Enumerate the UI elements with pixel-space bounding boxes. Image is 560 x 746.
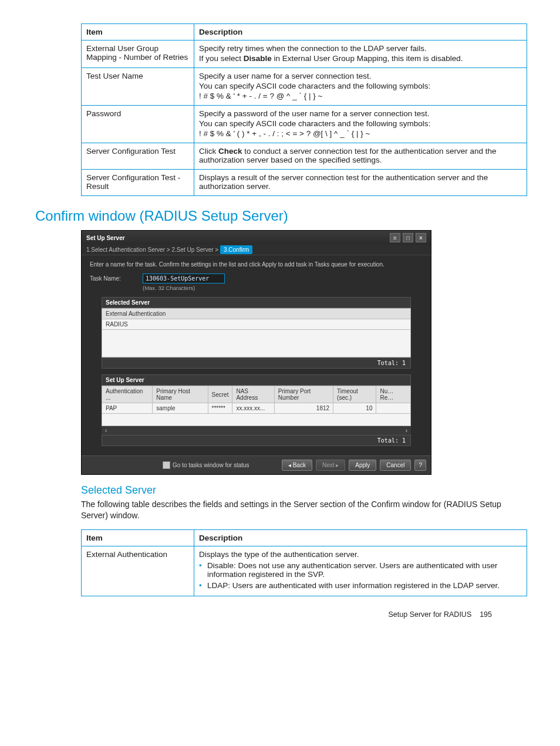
bullet-item: Disable: Does not use any authentication… — [199, 561, 522, 579]
setup-cell: xx.xxx.xx... — [232, 403, 274, 414]
close-icon[interactable]: × — [416, 233, 426, 242]
setup-server-total: Total: 1 — [102, 435, 411, 446]
crumb-1[interactable]: 1.Select Authentication Server — [86, 247, 165, 253]
wizard-footer: Go to tasks window for status ◂ Back Nex… — [82, 455, 431, 474]
col-desc: Description — [194, 529, 527, 546]
row-item: External User Group Mapping - Number of … — [82, 40, 194, 68]
filter-icon[interactable]: ≡ — [390, 233, 400, 242]
subheading-selected-server: Selected Server — [81, 484, 525, 497]
selserver-value: RADIUS — [102, 319, 411, 330]
next-button: Next ▸ — [316, 460, 345, 471]
setup-cell — [376, 403, 411, 414]
go-status-checkbox[interactable] — [163, 461, 170, 469]
setup-server-window: Set Up Server ≡ □ × 1.Select Authenticat… — [81, 230, 431, 475]
titlebar: Set Up Server ≡ □ × — [82, 231, 431, 245]
setup-col: Primary Host Name — [153, 386, 208, 403]
setup-cell: 10 — [333, 403, 376, 414]
setup-cell: sample — [153, 403, 208, 414]
setup-col: Nu… Re… — [376, 386, 411, 403]
col-desc: Description — [194, 24, 527, 40]
horizontal-scrollbar[interactable]: ‹ › — [102, 426, 411, 435]
row-item: Server Configuration Test - Result — [82, 170, 194, 196]
selected-server-header: Selected Server — [102, 297, 411, 308]
task-name-input[interactable] — [143, 274, 225, 283]
setup-col: Authentication ... — [102, 386, 153, 403]
setup-col: Timeout (sec.) — [333, 386, 376, 403]
setup-col: Secret — [208, 386, 232, 403]
page-footer: Setup Server for RADIUS 195 — [35, 610, 525, 619]
row-item: Server Configuration Test — [82, 143, 194, 170]
row-desc: Click Check to conduct a server connecti… — [194, 143, 527, 170]
row-desc: Specify a password of the user name for … — [194, 106, 527, 143]
col-item: Item — [82, 24, 194, 40]
setup-server-table: Authentication ...Primary Host NameSecre… — [102, 386, 411, 426]
bullet-item: LDAP: Users are authenticated with user … — [199, 581, 522, 590]
help-button[interactable]: ? — [414, 460, 426, 471]
selected-server-total: Total: 1 — [102, 357, 411, 369]
setup-col: Primary Port Number — [274, 386, 333, 403]
selected-server-fields-table: Item Description External Authentication… — [81, 529, 527, 596]
task-name-label: Task Name: — [90, 275, 143, 282]
instruction-text: Enter a name for the task. Confirm the s… — [90, 261, 423, 268]
back-button[interactable]: ◂ Back — [282, 460, 312, 471]
apply-button[interactable]: Apply — [349, 460, 376, 471]
crumb-3-active: 3.Confirm — [220, 245, 252, 254]
row-desc: Specify retry times when the connection … — [194, 40, 527, 68]
setup-cell: 1812 — [274, 403, 333, 414]
setup-col: NAS Address — [232, 386, 274, 403]
crumb-2[interactable]: 2.Set Up Server — [171, 247, 213, 253]
setup-cell: ****** — [208, 403, 232, 414]
params-table: Item Description External User Group Map… — [81, 23, 527, 196]
setup-cell: PAP — [102, 403, 153, 414]
col-item: Item — [82, 529, 194, 546]
maximize-icon[interactable]: □ — [403, 233, 413, 242]
selected-server-paragraph: The following table describes the fields… — [81, 499, 527, 521]
row-desc: Specify a user name for a server connect… — [194, 68, 527, 106]
cancel-button[interactable]: Cancel — [380, 460, 411, 471]
go-status-label: Go to tasks window for status — [173, 462, 249, 468]
selected-server-table: External Authentication RADIUS — [102, 308, 411, 357]
row-item: External Authentication — [82, 546, 194, 596]
row-desc: Displays the type of the authentication … — [194, 546, 527, 596]
setup-server-header: Set Up Server — [102, 374, 411, 386]
heading-confirm: Confirm window (RADIUS Setup Server) — [35, 208, 525, 224]
breadcrumb: 1.Select Authentication Server > 2.Set U… — [82, 245, 431, 255]
row-item: Test User Name — [82, 68, 194, 106]
window-title: Set Up Server — [86, 235, 125, 241]
row-item: Password — [82, 106, 194, 143]
task-name-hint: (Max. 32 Characters) — [143, 285, 423, 291]
selserver-col: External Authentication — [102, 309, 411, 319]
row-desc: Displays a result of the server connecti… — [194, 170, 527, 196]
